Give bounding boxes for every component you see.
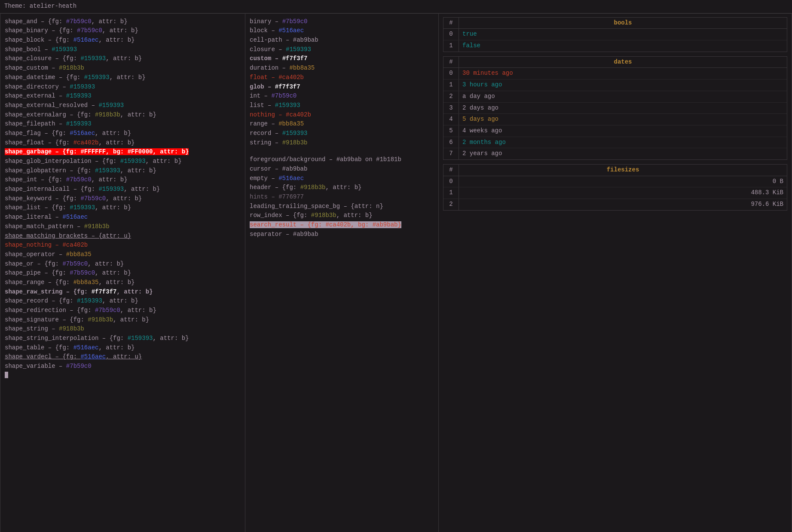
td-bools-0-num: 0 bbox=[443, 29, 459, 40]
line-shape-table: shape_table – {fg: #516aec, attr: b} bbox=[5, 343, 241, 353]
col2-spacer bbox=[250, 147, 434, 155]
table-dates: # dates 0 30 minutes ago 1 3 hours ago 2… bbox=[443, 56, 787, 160]
line-shape-closure: shape_closure – {fg: #159393, attr: b} bbox=[5, 54, 241, 64]
line-shape-literal: shape_literal – #516aec bbox=[5, 213, 241, 222]
line-duration: duration – #bb8a35 bbox=[250, 64, 434, 73]
line-shape-garbage: shape_garbage – {fg: #FFFFFF, bg: #FF000… bbox=[5, 147, 241, 157]
line-empty: empty – #516aec bbox=[250, 174, 434, 183]
line-shape-float: shape_float – {fg: #ca402b, attr: b} bbox=[5, 138, 241, 148]
table-row-filesizes-1: 1 488.3 KiB bbox=[443, 187, 787, 199]
line-shape-string: shape_string – #918b3b bbox=[5, 324, 241, 334]
th-bools-label: bools bbox=[459, 18, 787, 29]
line-record: record – #159393 bbox=[250, 129, 434, 138]
table-row-dates-6: 6 2 months ago bbox=[443, 137, 787, 149]
th-bools-num: # bbox=[443, 18, 459, 29]
line-block: block – #516aec bbox=[250, 26, 434, 36]
line-shape-match-pattern: shape_match_pattern – #918b3b bbox=[5, 222, 241, 232]
line-search-result: search_result – {fg: #ca402b, bg: #ab9ba… bbox=[250, 220, 434, 230]
td-dates-6-num: 6 bbox=[443, 137, 459, 148]
table-row-dates-3: 3 2 days ago bbox=[443, 103, 787, 114]
td-bools-1-val: false bbox=[459, 40, 787, 52]
line-shape-globpattern: shape_globpattern – {fg: #159393, attr: … bbox=[5, 166, 241, 176]
line-shape-variable: shape_variable – #7b59c0 bbox=[5, 362, 241, 371]
line-shape-flag: shape_flag – {fg: #516aec, attr: b} bbox=[5, 129, 241, 138]
line-cursor: cursor – #ab9bab bbox=[250, 165, 434, 174]
td-bools-0-val: true bbox=[459, 29, 787, 40]
cursor bbox=[5, 372, 8, 378]
line-shape-string-interp: shape_string_interpolation – {fg: #15939… bbox=[5, 334, 241, 343]
main-container: shape_and – {fg: #7b59c0, attr: b} shape… bbox=[0, 13, 792, 532]
line-string: string – #918b3b bbox=[250, 138, 434, 148]
th-filesizes-label: filesizes bbox=[459, 165, 787, 176]
th-dates-num: # bbox=[443, 57, 459, 68]
td-dates-7-val: 2 years ago bbox=[459, 148, 787, 159]
table-row-dates-7: 7 2 years ago bbox=[443, 148, 787, 159]
td-bools-1-num: 1 bbox=[443, 40, 459, 52]
line-shape-internalcall: shape_internalcall – {fg: #159393, attr:… bbox=[5, 185, 241, 194]
line-shape-external-resolved: shape_external_resolved – #159393 bbox=[5, 101, 241, 110]
td-dates-1-num: 1 bbox=[443, 79, 459, 91]
td-dates-0-val: 30 minutes ago bbox=[459, 68, 787, 79]
theme-bar: Theme: atelier-heath bbox=[0, 0, 792, 13]
table-row-filesizes-2: 2 976.6 KiB bbox=[443, 199, 787, 210]
line-shape-raw-string: shape_raw_string – {fg: #f7f3f7, attr: b… bbox=[5, 287, 241, 297]
td-dates-0-num: 0 bbox=[443, 68, 459, 79]
line-shape-nothing: shape_nothing – #ca402b bbox=[5, 241, 241, 250]
line-glob: glob – #f7f3f7 bbox=[250, 83, 434, 92]
line-shape-or: shape_or – {fg: #7b59c0, attr: b} bbox=[5, 260, 241, 269]
td-dates-5-num: 5 bbox=[443, 125, 459, 137]
line-shape-int: shape_int – {fg: #7b59c0, attr: b} bbox=[5, 175, 241, 185]
line-shape-external: shape_external – #159393 bbox=[5, 92, 241, 101]
th-dates-label: dates bbox=[459, 57, 787, 68]
line-range: range – #bb8a35 bbox=[250, 119, 434, 129]
line-separator: separator – #ab9bab bbox=[250, 230, 434, 239]
line-shape-externalarg: shape_externalarg – {fg: #918b3b, attr: … bbox=[5, 110, 241, 120]
td-dates-2-num: 2 bbox=[443, 91, 459, 102]
line-fg-bg: foreground/background – #ab9bab on #1b18… bbox=[250, 155, 434, 165]
td-filesizes-1-num: 1 bbox=[443, 187, 459, 199]
td-dates-4-num: 4 bbox=[443, 114, 459, 125]
line-custom: custom – #f7f3f7 bbox=[250, 54, 434, 64]
th-filesizes-num: # bbox=[443, 165, 459, 176]
td-dates-2-val: a day ago bbox=[459, 91, 787, 102]
td-filesizes-1-val: 488.3 KiB bbox=[459, 187, 787, 199]
line-header: header – {fg: #918b3b, attr: b} bbox=[250, 183, 434, 193]
line-hints: hints – #776977 bbox=[250, 193, 434, 202]
td-filesizes-2-val: 976.6 KiB bbox=[459, 199, 787, 210]
col3-tables: # bools 0 true 1 false # dates 0 30 minu… bbox=[439, 14, 792, 532]
line-binary: binary – #7b59c0 bbox=[250, 17, 434, 27]
td-dates-5-val: 4 weeks ago bbox=[459, 125, 787, 137]
td-filesizes-0-num: 0 bbox=[443, 176, 459, 187]
line-shape-record: shape_record – {fg: #159393, attr: b} bbox=[5, 297, 241, 306]
line-float: float – #ca402b bbox=[250, 73, 434, 83]
td-dates-1-val: 3 hours ago bbox=[459, 79, 787, 91]
line-list: list – #159393 bbox=[250, 101, 434, 110]
line-shape-custom: shape_custom – #918b3b bbox=[5, 64, 241, 73]
td-dates-3-num: 3 bbox=[443, 103, 459, 114]
line-shape-datetime: shape_datetime – {fg: #159393, attr: b} bbox=[5, 73, 241, 83]
col1-shapes: shape_and – {fg: #7b59c0, attr: b} shape… bbox=[0, 14, 245, 532]
table-bools-header: # bools bbox=[443, 18, 787, 29]
table-row-dates-5: 5 4 weeks ago bbox=[443, 125, 787, 137]
line-closure: closure – #159393 bbox=[250, 45, 434, 55]
line-shape-binary: shape_binary – {fg: #7b59c0, attr: b} bbox=[5, 26, 241, 36]
table-dates-header: # dates bbox=[443, 57, 787, 68]
line-shape-and: shape_and – {fg: #7b59c0, attr: b} bbox=[5, 17, 241, 27]
table-row-bools-1: 1 false bbox=[443, 40, 787, 52]
theme-label: Theme: atelier-heath bbox=[0, 0, 792, 13]
line-shape-operator: shape_operator – #bb8a35 bbox=[5, 250, 241, 260]
table-bools: # bools 0 true 1 false bbox=[443, 17, 787, 52]
table-row-filesizes-0: 0 0 B bbox=[443, 176, 787, 188]
line-shape-keyword: shape_keyword – {fg: #7b59c0, attr: b} bbox=[5, 194, 241, 204]
line-shape-matching-brackets: shape_matching_brackets – {attr: u} bbox=[5, 232, 241, 241]
line-row-index: row_index – {fg: #918b3b, attr: b} bbox=[250, 211, 434, 220]
line-shape-list: shape_list – {fg: #159393, attr: b} bbox=[5, 203, 241, 213]
line-int: int – #7b59c0 bbox=[250, 92, 434, 101]
td-filesizes-2-num: 2 bbox=[443, 199, 459, 210]
line-shape-pipe: shape_pipe – {fg: #7b59c0, attr: b} bbox=[5, 269, 241, 278]
line-shape-signature: shape_signature – {fg: #918b3b, attr: b} bbox=[5, 315, 241, 325]
cursor-line bbox=[5, 371, 241, 379]
table-row-dates-2: 2 a day ago bbox=[443, 91, 787, 103]
line-shape-block: shape_block – {fg: #516aec, attr: b} bbox=[5, 36, 241, 45]
line-shape-redirection: shape_redirection – {fg: #7b59c0, attr: … bbox=[5, 306, 241, 315]
